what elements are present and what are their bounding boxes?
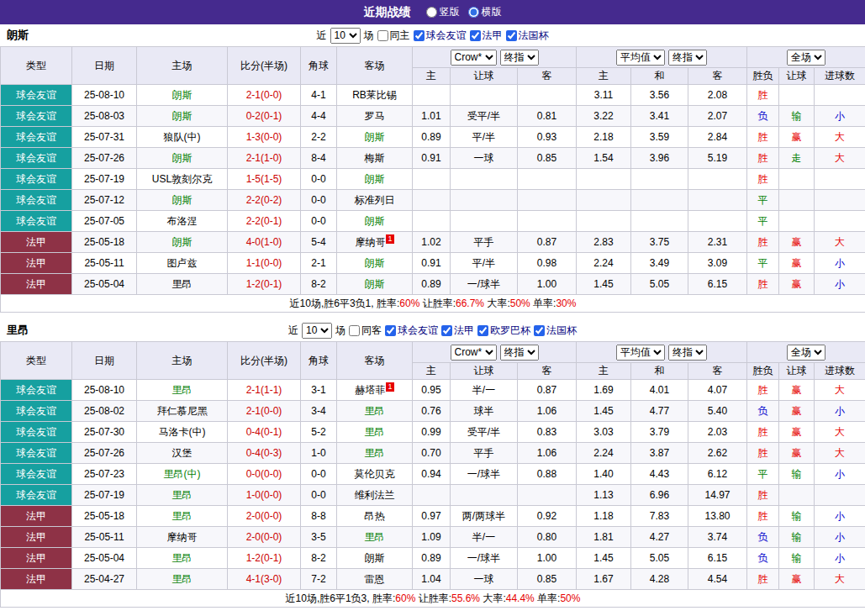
home-team-name[interactable]: 汉堡 [172,447,193,459]
away-team-name[interactable]: 里昂 [365,447,385,459]
score-cell[interactable]: 1-2(0-1) [228,548,301,569]
score-cell[interactable]: 2-1(0-0) [228,85,301,106]
avg-odds-draw-cell: 3.87 [631,443,688,464]
home-team-name[interactable]: 摩纳哥 [167,531,198,543]
match-count-select[interactable]: 10 [330,28,361,44]
filter-checkbox[interactable]: 球会友谊 [414,29,467,43]
score-cell[interactable]: 0-4(0-1) [228,422,301,443]
filter-checkbox[interactable]: 法国杯 [534,324,577,338]
home-team-name[interactable]: 里昂 [172,552,193,564]
odds-kind-select[interactable]: 终指 [500,345,539,361]
score-cell[interactable]: 2-2(0-2) [228,190,301,211]
filter-checkbox[interactable]: 欧罗巴杯 [477,324,530,338]
away-team-name[interactable]: 昂热 [365,510,385,522]
away-team-name[interactable]: 罗马 [365,110,385,122]
away-team-name[interactable]: 朗斯 [365,552,385,564]
away-team-name[interactable]: 梅斯 [365,152,385,164]
away-team-name[interactable]: 里昂 [365,426,385,438]
home-team-name[interactable]: 布洛涅 [167,215,198,227]
home-team-name[interactable]: 朗斯 [172,89,193,101]
home-team-name[interactable]: 朗斯 [172,194,193,206]
away-team-name[interactable]: 莫伦贝克 [355,468,395,480]
away-team-name[interactable]: 赫塔菲 [355,384,385,396]
score-cell[interactable]: 1-2(0-1) [228,274,301,295]
filter-checkbox[interactable]: 球会友谊 [385,324,438,338]
away-team-name[interactable]: 里昂 [365,531,385,543]
home-team-name[interactable]: 里昂 [172,573,193,585]
home-team-name[interactable]: 图卢兹 [167,257,198,269]
avg-kind-select[interactable]: 终指 [668,345,707,361]
score-cell[interactable]: 0-4(0-3) [228,443,301,464]
away-team-name[interactable]: 朗斯 [365,215,385,227]
layout-option-horizontal[interactable]: 横版 [468,5,502,19]
filter-checkbox-input[interactable] [470,30,481,41]
filter-checkbox[interactable]: 同主 [377,29,410,43]
odds-source-select[interactable]: Crow* [451,345,497,361]
home-team-name[interactable]: 里昂(中) [164,468,201,480]
filter-checkbox[interactable]: 法国杯 [506,29,549,43]
away-team-name[interactable]: 朗斯 [365,257,385,269]
home-team-name[interactable]: 里昂 [172,510,193,522]
home-team-name[interactable]: USL敦刻尔克 [152,173,212,185]
score-cell[interactable]: 0-2(0-1) [228,106,301,127]
away-team-name[interactable]: 标准列日 [355,194,395,206]
away-team-name[interactable]: 朗斯 [365,278,385,290]
filter-checkbox-input[interactable] [441,325,452,336]
away-team-name[interactable]: 朗斯 [365,173,385,185]
filter-checkbox[interactable]: 同客 [349,324,382,338]
layout-option-vertical[interactable]: 竖版 [426,5,460,19]
scope-select[interactable]: 全场 [787,50,825,66]
scope-select[interactable]: 全场 [787,345,825,361]
filter-checkbox[interactable]: 法甲 [441,324,474,338]
away-team-name[interactable]: 朗斯 [365,131,385,143]
avg-source-select[interactable]: 平均值 [616,345,665,361]
score-cell[interactable]: 1-0(0-0) [228,485,301,506]
away-team-name[interactable]: 里昂 [365,405,385,417]
date-cell: 25-04-27 [72,569,137,590]
score-cell[interactable]: 1-1(0-0) [228,253,301,274]
filter-checkbox-label: 法国杯 [519,29,549,43]
filter-checkbox-input[interactable] [414,30,425,41]
home-team-name[interactable]: 朗斯 [172,110,193,122]
score-cell[interactable]: 2-1(0-0) [228,401,301,422]
horizontal-radio[interactable] [468,7,479,18]
match-row: 法甲25-05-18朗斯4-0(1-0)5-4摩纳哥11.02平手0.872.8… [1,232,865,253]
score-cell[interactable]: 4-0(1-0) [228,232,301,253]
score-cell[interactable]: 1-5(1-5) [228,169,301,190]
filter-checkbox-input[interactable] [377,30,388,41]
away-team-name[interactable]: 雷恩 [365,573,385,585]
home-team-name[interactable]: 里昂 [172,489,193,501]
home-team-name[interactable]: 里昂 [172,278,193,290]
score-cell[interactable]: 0-0(0-0) [228,464,301,485]
away-team-name[interactable]: RB莱比锡 [352,89,397,101]
home-team-name[interactable]: 里昂 [172,384,193,396]
odds-kind-select[interactable]: 终指 [500,50,539,66]
home-team-name[interactable]: 拜仁慕尼黑 [157,405,208,417]
avg-source-select[interactable]: 平均值 [616,50,665,66]
league-type-cell: 球会友谊 [1,401,72,422]
filter-checkbox-input[interactable] [349,325,360,336]
vertical-radio[interactable] [426,7,437,18]
avg-kind-select[interactable]: 终指 [668,50,707,66]
home-team-name[interactable]: 朗斯 [172,236,193,248]
odds-source-select[interactable]: Crow* [451,50,497,66]
match-count-select[interactable]: 10 [302,323,332,339]
avg-odds-home-cell: 1.40 [577,464,631,485]
home-team-name[interactable]: 朗斯 [172,152,193,164]
score-cell[interactable]: 2-1(1-0) [228,148,301,169]
score-cell[interactable]: 4-1(3-0) [228,569,301,590]
score-cell[interactable]: 2-0(0-0) [228,506,301,527]
away-team-name[interactable]: 维利法兰 [355,489,395,501]
filter-checkbox[interactable]: 法甲 [470,29,503,43]
score-cell[interactable]: 2-2(0-1) [228,211,301,232]
home-team-name[interactable]: 狼队(中) [164,131,201,143]
score-cell[interactable]: 1-3(0-0) [228,127,301,148]
filter-checkbox-input[interactable] [477,325,488,336]
score-cell[interactable]: 2-0(0-0) [228,527,301,548]
filter-checkbox-input[interactable] [385,325,396,336]
home-team-name[interactable]: 马洛卡(中) [159,426,206,438]
score-cell[interactable]: 2-1(1-1) [228,380,301,401]
away-team-name[interactable]: 摩纳哥 [355,236,385,248]
filter-checkbox-input[interactable] [534,325,545,336]
filter-checkbox-input[interactable] [506,30,517,41]
